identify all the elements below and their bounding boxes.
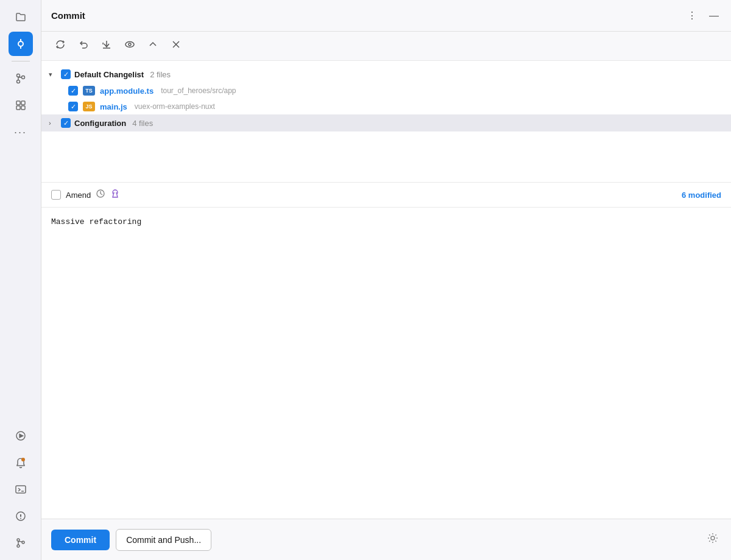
default-changelist-count: 2 files [150, 70, 171, 79]
page-title: Commit [51, 10, 685, 21]
default-changelist-name: Default Changelist [74, 70, 144, 79]
refresh-button[interactable] [51, 37, 69, 55]
file-path-app-module: tour_of_heroes/src/app [161, 86, 236, 95]
sidebar-item-terminal[interactable] [9, 477, 33, 502]
js-badge-main-js: JS [83, 102, 95, 111]
file-path-main-js: vuex-orm-examples-nuxt [135, 102, 215, 111]
preview-button[interactable] [121, 37, 139, 55]
settings-icon[interactable] [704, 530, 721, 550]
svg-point-30 [711, 536, 715, 540]
configuration-checkbox[interactable]: ✓ [61, 118, 71, 128]
file-list-area: ▾ ✓ Default Changelist 2 files ✓ TS app.… [41, 61, 731, 183]
svg-point-4 [16, 80, 19, 83]
default-changelist-checkbox[interactable]: ✓ [61, 69, 71, 79]
configuration-name: Configuration [74, 119, 126, 128]
svg-point-17 [20, 518, 21, 519]
default-changelist-group: ▾ ✓ Default Changelist 2 files ✓ TS app.… [41, 66, 731, 114]
default-changelist-header[interactable]: ▾ ✓ Default Changelist 2 files [41, 66, 731, 83]
file-item-app-module[interactable]: ✓ TS app.module.ts tour_of_heroes/src/ap… [41, 83, 731, 99]
sidebar-item-branch[interactable] [9, 66, 33, 91]
commit-message-input[interactable]: Massive refactoring [41, 208, 731, 519]
svg-point-24 [129, 43, 131, 46]
collapse-button[interactable] [144, 37, 162, 55]
file-checkbox-app-module[interactable]: ✓ [68, 86, 78, 96]
svg-rect-7 [21, 101, 25, 105]
sidebar-item-folder[interactable] [9, 5, 33, 29]
commit-push-button[interactable]: Commit and Push... [116, 529, 211, 551]
sidebar-item-more[interactable]: ··· [9, 120, 33, 144]
undo-button[interactable] [74, 37, 93, 55]
sidebar-item-layout[interactable] [9, 93, 33, 117]
download-button[interactable] [97, 37, 116, 55]
sidebar-divider-1 [12, 61, 30, 61]
svg-point-23 [125, 42, 134, 47]
titlebar-actions: ⋮ — [685, 7, 721, 24]
sidebar-item-commit[interactable] [9, 32, 33, 56]
svg-point-18 [17, 539, 19, 541]
chevron-down-icon: ▾ [49, 71, 57, 79]
sidebar-item-git[interactable] [9, 531, 33, 555]
sidebar-item-bell[interactable] [9, 450, 33, 475]
bottom-bar: Commit Commit and Push... [41, 519, 731, 560]
close-button[interactable] [167, 37, 185, 55]
amend-row: Amend 6 modified [41, 183, 731, 208]
chevron-right-icon: › [49, 119, 57, 127]
configuration-group-header[interactable]: › ✓ Configuration 4 files [41, 114, 731, 131]
more-options-button[interactable]: ⋮ [685, 7, 699, 24]
svg-rect-9 [21, 106, 25, 110]
svg-rect-13 [16, 486, 26, 493]
sidebar-item-run[interactable] [9, 424, 33, 448]
titlebar: Commit ⋮ — [41, 0, 731, 32]
sidebar: ··· [0, 0, 41, 560]
file-name-main-js: main.js [100, 102, 127, 111]
svg-point-28 [113, 192, 115, 194]
configuration-count: 4 files [132, 119, 153, 128]
svg-point-19 [17, 545, 19, 547]
file-item-main-js[interactable]: ✓ JS main.js vuex-orm-examples-nuxt [41, 99, 731, 114]
commit-message-area: Massive refactoring [41, 208, 731, 519]
modified-count[interactable]: 6 modified [682, 191, 721, 200]
amend-checkbox[interactable] [51, 190, 61, 200]
toolbar [41, 32, 731, 61]
svg-point-0 [18, 41, 23, 46]
main-panel: Commit ⋮ — [41, 0, 731, 560]
svg-point-5 [21, 76, 24, 79]
history-icon[interactable] [96, 189, 105, 201]
svg-marker-11 [19, 434, 23, 438]
minimize-button[interactable]: — [707, 8, 721, 24]
svg-point-12 [21, 458, 25, 461]
sidebar-item-problems[interactable] [9, 504, 33, 528]
amend-label: Amend [66, 191, 91, 200]
svg-rect-8 [16, 106, 20, 110]
svg-point-29 [116, 192, 117, 194]
copilot-icon[interactable] [110, 189, 120, 201]
svg-rect-6 [16, 101, 20, 105]
file-checkbox-main-js[interactable]: ✓ [68, 102, 78, 111]
commit-button[interactable]: Commit [51, 530, 110, 550]
ts-badge-app-module: TS [83, 86, 95, 96]
file-name-app-module: app.module.ts [100, 86, 154, 96]
